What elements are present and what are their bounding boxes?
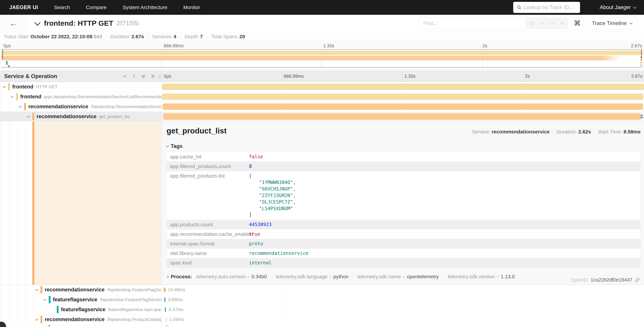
span-bar <box>166 325 167 326</box>
tag-key: internal.span.format <box>167 241 249 246</box>
minimap-tick: 666.89ms <box>164 43 184 48</box>
tag-row: app.cache_hit false <box>167 152 640 162</box>
collapse-trace-chevron-icon[interactable] <box>35 22 40 25</box>
tags-section-toggle[interactable]: Tags <box>166 143 641 149</box>
span-bar-cell[interactable]: 3.68ms <box>162 295 644 305</box>
span-row-recommendation-grpc[interactable]: recommendationservice /hipstershop.Recom… <box>0 102 644 112</box>
span-row-rec-productcatalog[interactable]: recommendationservice /hipstershop.Produ… <box>0 314 644 324</box>
span-bar-cell[interactable]: 14.49ms <box>162 285 644 295</box>
span-row-featureflag-grpc[interactable]: featureflagservice /hipstershop.FeatureF… <box>0 295 644 305</box>
span-row-featureflag-repo-query[interactable]: featureflagservice featureflagservice.re… <box>0 305 644 314</box>
link-icon[interactable] <box>634 277 640 283</box>
detail-duration-value: 2.62s <box>578 129 591 135</box>
collapse-all-icon[interactable] <box>141 74 146 79</box>
chevron-down-icon <box>166 146 168 147</box>
duration-value: 2.67s <box>132 34 144 40</box>
span-bar-cell[interactable] <box>162 102 644 112</box>
span-bar-cell[interactable] <box>162 92 644 102</box>
timeline-tick: 2.67s <box>631 74 642 79</box>
chevron-down-icon[interactable] <box>9 92 16 102</box>
tag-value: 8 <box>249 164 252 169</box>
expand-all-icon[interactable] <box>150 74 155 79</box>
jaeger-logo[interactable]: JAEGER UI <box>9 4 38 10</box>
chevron-down-icon[interactable] <box>34 285 40 294</box>
span-color-strip <box>48 325 50 326</box>
minimap-canvas[interactable] <box>1 49 643 68</box>
trace-minimap: 0μs 666.89ms 1.33s 2s 2.67s <box>0 41 644 68</box>
span-bar[interactable] <box>162 94 643 100</box>
duration-label: Duration <box>110 34 129 40</box>
service-operation-header: Service & Operation <box>4 73 57 80</box>
find-prev-icon[interactable] <box>540 22 544 26</box>
command-icon: ⌘ <box>574 19 581 27</box>
expand-one-icon[interactable] <box>132 74 136 79</box>
search-icon <box>516 5 522 10</box>
nav-item-search[interactable]: Search <box>54 4 70 10</box>
span-row-frontend-http-get[interactable]: frontend HTTP GET <box>0 82 644 92</box>
locate-icon[interactable] <box>530 21 534 26</box>
process-value: 0.34b0 <box>252 274 267 280</box>
column-resize-grip[interactable] <box>159 74 160 79</box>
span-service: recommendationservice <box>45 316 104 322</box>
chevron-down-icon <box>630 22 632 24</box>
chevron-down-icon <box>634 6 636 8</box>
collapse-one-icon[interactable] <box>122 74 127 79</box>
find-input[interactable] <box>419 18 526 29</box>
span-bar[interactable] <box>164 288 166 292</box>
find-clear-icon[interactable]: ✕ <box>560 20 564 26</box>
about-jaeger-menu[interactable]: About Jaeger <box>600 4 636 10</box>
process-entry: telemetry.sdk.language = python <box>276 274 348 280</box>
span-row-get-product-list[interactable]: recommendationservice get_product_list 2… <box>0 112 644 122</box>
back-button[interactable]: ← <box>0 15 27 32</box>
span-detail-panel: get_product_list Service: recommendation… <box>162 122 644 285</box>
tag-row: app.recommendation.cache_enabled true <box>167 230 640 239</box>
chevron-down-icon[interactable] <box>42 295 48 304</box>
trace-view-selector[interactable]: Trace Timeline <box>587 17 637 30</box>
span-duration-label: 14.49ms <box>168 287 185 292</box>
minimap-right-scrubber[interactable] <box>641 50 642 59</box>
tags-table: app.cache_hit false app.filtered_product… <box>166 152 641 268</box>
trace-id-lookup-input[interactable] <box>524 4 577 10</box>
span-duration-label: 1.04ms <box>169 317 184 322</box>
span-bar-cell[interactable] <box>162 82 644 92</box>
span-bar-cell[interactable]: 2.62s <box>162 112 644 122</box>
find-next-icon[interactable] <box>550 21 554 25</box>
span-operation: /hipstershop.ProductCatalogSer... <box>107 317 162 322</box>
chevron-down-icon[interactable] <box>17 102 24 112</box>
tags-section-title: Tags <box>171 143 182 149</box>
process-key: telemetry.sdk.version <box>448 274 495 280</box>
nav-item-monitor[interactable]: Monitor <box>183 4 200 10</box>
span-detail-left-gutter <box>0 122 162 285</box>
span-bar[interactable] <box>164 298 165 302</box>
span-rows: frontend HTTP GET frontend grpc.hipsters… <box>0 82 644 326</box>
span-color-strip <box>40 316 42 323</box>
nav-item-system-architecture[interactable]: System Architecture <box>122 4 168 10</box>
span-row-rec-featureflag[interactable]: recommendationservice /hipstershop.Featu… <box>0 285 644 295</box>
chevron-down-icon[interactable] <box>1 82 8 92</box>
chevron-down-icon[interactable] <box>34 314 40 324</box>
span-duration-label: 3.68ms <box>168 297 183 302</box>
minimap-end-span <box>640 64 642 66</box>
span-bar[interactable] <box>162 84 644 90</box>
span-service: featureflagservice <box>61 306 106 312</box>
span-bar-cell[interactable]: 3.47ms <box>162 305 644 314</box>
keyboard-shortcuts-button[interactable]: ⌘ <box>571 17 583 30</box>
process-toggle[interactable]: Process: <box>171 274 192 280</box>
span-bar[interactable] <box>162 104 643 110</box>
span-bar[interactable] <box>163 113 641 120</box>
partial-span-row[interactable] <box>0 324 644 326</box>
span-row-frontend-grpc[interactable]: frontend grpc.hipstershop.Recommendation… <box>0 92 644 102</box>
nav-item-compare[interactable]: Compare <box>86 4 106 10</box>
span-bar[interactable] <box>166 317 167 322</box>
chevron-down-icon[interactable] <box>25 112 32 121</box>
span-bar[interactable] <box>165 307 166 312</box>
span-bar-cell[interactable]: 1.04ms <box>162 314 644 324</box>
tag-list-item: 1YMWWN1N4O <box>249 179 296 186</box>
trace-id-lookup-box[interactable] <box>513 2 580 13</box>
trace-header-bar: ← frontend: HTTP GET 2f715fb ✕ ⌘ Trace T… <box>0 15 644 32</box>
timeline-header-ticks: 0μs 666.89ms 1.33s 2s 2.67s <box>162 71 644 82</box>
span-operation: HTTP GET <box>36 84 58 90</box>
depth-value: 7 <box>200 34 203 40</box>
minimap-left-scrubber[interactable] <box>2 50 3 59</box>
span-service: recommendationservice <box>28 104 88 110</box>
